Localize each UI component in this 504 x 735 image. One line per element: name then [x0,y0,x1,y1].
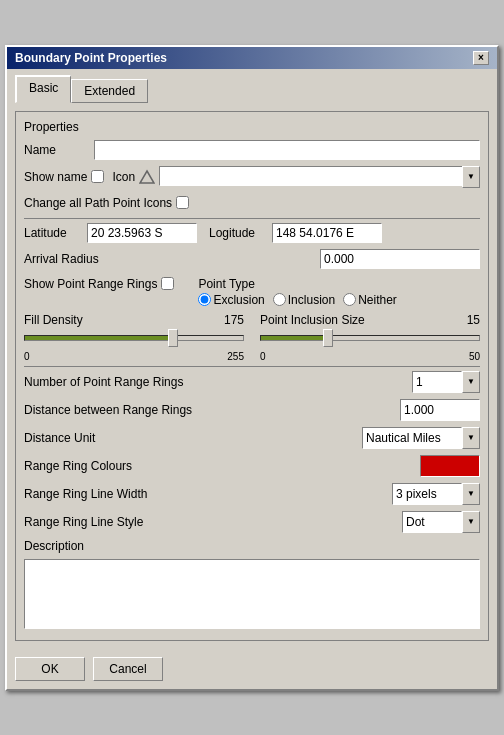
ring-colour-picker[interactable] [420,455,480,477]
close-button[interactable]: × [473,51,489,65]
ring-line-width-input[interactable] [392,483,462,505]
dialog-content: Basic Extended Properties Name Show name… [7,69,497,649]
divider-2 [24,366,480,367]
icon-select-input[interactable]: Triangle [159,166,462,186]
ring-line-style-arrow[interactable]: ▼ [462,511,480,533]
inclusion-size-slider-wrapper [260,329,480,349]
fill-density-group: Fill Density 175 0 255 [24,313,244,362]
triangle-icon [139,169,155,185]
inclusion-size-max: 50 [469,351,480,362]
latitude-label: Latitude [24,226,79,240]
fill-density-slider[interactable] [24,335,244,341]
radio-exclusion: Exclusion [198,293,264,307]
arrival-row: Arrival Radius [24,249,480,269]
ring-line-style-label: Range Ring Line Style [24,515,402,529]
dialog-title: Boundary Point Properties [15,51,167,65]
icon-text-label: Icon [112,170,135,184]
exclusion-label: Exclusion [213,293,264,307]
inclusion-size-label: Point Inclusion Size [260,313,365,327]
fill-density-max: 255 [227,351,244,362]
point-type-section: Point Type Exclusion Inclusion Neithe [178,277,480,307]
distance-rings-input[interactable] [400,399,480,421]
radio-exclusion-input[interactable] [198,293,211,306]
cancel-button[interactable]: Cancel [93,657,163,681]
change-path-label: Change all Path Point Icons [24,196,172,210]
inclusion-size-min: 0 [260,351,266,362]
ring-line-width-row: Range Ring Line Width ▼ [24,483,480,505]
latitude-input[interactable] [87,223,197,243]
show-range-section: Show Point Range Rings Point Type Exclus… [24,277,480,307]
point-type-label: Point Type [198,277,480,291]
slider-section: Fill Density 175 0 255 Point Inclusion S… [24,313,480,362]
radio-group: Exclusion Inclusion Neither [198,293,480,307]
arrival-input[interactable] [320,249,480,269]
radio-neither-input[interactable] [343,293,356,306]
number-rings-value: ▼ [412,371,480,393]
distance-unit-row: Distance Unit ▼ [24,427,480,449]
change-path-row: Change all Path Point Icons [24,196,480,210]
distance-unit-label: Distance Unit [24,431,362,445]
show-range-checkbox[interactable] [161,277,174,290]
fill-density-slider-wrapper [24,329,244,349]
fill-density-range-labels: 0 255 [24,351,244,362]
description-label: Description [24,539,480,553]
fill-density-min: 0 [24,351,30,362]
fill-density-value: 175 [224,313,244,327]
neither-label: Neither [358,293,397,307]
inclusion-size-group: Point Inclusion Size 15 0 50 [260,313,480,362]
show-name-row: Show name Icon Triangle ▼ [24,166,480,188]
inclusion-size-value: 15 [467,313,480,327]
tab-basic[interactable]: Basic [15,75,71,103]
title-bar: Boundary Point Properties × [7,47,497,69]
boundary-point-dialog: Boundary Point Properties × Basic Extend… [5,45,499,691]
icon-select-container: Triangle ▼ [159,166,480,188]
ring-line-style-select: ▼ [402,511,480,533]
number-rings-arrow[interactable]: ▼ [462,371,480,393]
name-row: Name [24,140,480,160]
name-label: Name [24,143,94,157]
distance-rings-row: Distance between Range Rings [24,399,480,421]
ring-line-width-arrow[interactable]: ▼ [462,483,480,505]
name-input[interactable] [94,140,480,160]
properties-section-label: Properties [24,120,480,134]
ok-button[interactable]: OK [15,657,85,681]
show-name-checkbox[interactable] [91,170,104,183]
range-rings-number-row: Number of Point Range Rings ▼ [24,371,480,393]
ring-colour-row: Range Ring Colours [24,455,480,477]
distance-unit-input[interactable] [362,427,462,449]
icon-dropdown-arrow[interactable]: ▼ [462,166,480,188]
tab-content-basic: Properties Name Show name Icon Triangle … [15,111,489,641]
number-rings-input[interactable] [412,371,462,393]
show-range-label: Show Point Range Rings [24,277,157,291]
description-section: Description [24,539,480,632]
distance-unit-arrow[interactable]: ▼ [462,427,480,449]
ring-line-width-select: ▼ [392,483,480,505]
inclusion-size-range-labels: 0 50 [260,351,480,362]
inclusion-size-slider[interactable] [260,335,480,341]
show-name-label: Show name [24,170,87,184]
svg-marker-0 [140,171,154,183]
ring-line-style-row: Range Ring Line Style ▼ [24,511,480,533]
longitude-input[interactable] [272,223,382,243]
ring-line-width-label: Range Ring Line Width [24,487,392,501]
distance-rings-label: Distance between Range Rings [24,403,400,417]
button-row: OK Cancel [7,649,497,689]
inclusion-label: Inclusion [288,293,335,307]
ring-colour-label: Range Ring Colours [24,459,420,473]
tab-bar: Basic Extended [15,77,489,103]
range-left: Show Point Range Rings [24,277,178,291]
tab-extended[interactable]: Extended [71,79,148,103]
radio-inclusion: Inclusion [273,293,335,307]
radio-inclusion-input[interactable] [273,293,286,306]
number-rings-label: Number of Point Range Rings [24,375,412,389]
longitude-label: Logitude [209,226,264,240]
divider-1 [24,218,480,219]
change-path-checkbox[interactable] [176,196,189,209]
radio-neither: Neither [343,293,397,307]
coord-row: Latitude Logitude [24,223,480,243]
ring-line-style-input[interactable] [402,511,462,533]
arrival-label: Arrival Radius [24,252,99,266]
fill-density-label: Fill Density [24,313,83,327]
distance-unit-select: ▼ [362,427,480,449]
description-textarea[interactable] [24,559,480,629]
